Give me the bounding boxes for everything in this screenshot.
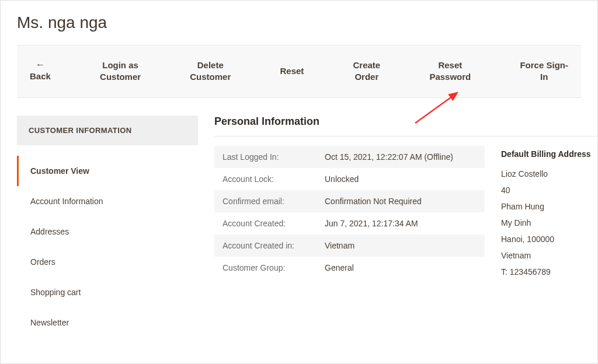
billing-name: Lioz Costello [501, 166, 597, 182]
sidebar-item-account-information[interactable]: Account Information [17, 186, 198, 216]
info-value: Confirmation Not Required [317, 190, 485, 212]
info-value: Unlocked [317, 168, 485, 190]
sidebar-item-shopping-cart[interactable]: Shopping cart [17, 277, 198, 307]
info-value: Vietnam [317, 235, 485, 257]
table-row: Account Lock: Unlocked [214, 168, 485, 190]
divider [214, 136, 597, 136]
table-row: Account Created in: Vietnam [214, 235, 485, 257]
reset-password-button[interactable]: Reset Password [427, 55, 473, 88]
personal-info-table: Last Logged In: Oct 15, 2021, 12:22:07 A… [214, 146, 485, 279]
table-row: Confirmed email: Confirmation Not Requir… [214, 190, 485, 212]
default-billing-address: Default Billing Address Lioz Costello 40… [501, 146, 597, 280]
main-panel: Personal Information Last Logged In: Oct… [214, 116, 597, 338]
sidebar-item-orders[interactable]: Orders [17, 247, 198, 277]
billing-country: Vietnam [501, 247, 597, 264]
sidebar-item-addresses[interactable]: Addresses [17, 216, 198, 247]
section-title: Personal Information [214, 116, 597, 128]
sidebar-item-label: Orders [30, 257, 55, 267]
sidebar-item-label: Addresses [30, 227, 69, 236]
back-button-label: Back [30, 71, 51, 81]
info-value: Jun 7, 2021, 12:17:34 AM [317, 212, 485, 235]
create-order-button[interactable]: Create Order [351, 55, 383, 88]
sidebar-nav: Customer View Account Information Addres… [17, 156, 198, 338]
force-signin-button[interactable]: Force Sign- In [517, 55, 571, 88]
info-label: Account Lock: [214, 168, 317, 190]
info-label: Confirmed email: [214, 190, 317, 212]
login-as-customer-label-2: Customer [100, 72, 141, 82]
billing-city-zip: Hanoi, 100000 [501, 231, 597, 247]
sidebar-item-label: Account Information [30, 197, 103, 206]
reset-password-label-1: Reset [438, 60, 462, 70]
action-toolbar: ← Back Login as Customer Delete Customer… [17, 45, 581, 98]
info-label: Last Logged In: [214, 146, 317, 168]
page-title: Ms. nga nga [1, 1, 597, 45]
info-label: Customer Group: [214, 257, 317, 279]
table-row: Customer Group: General [214, 257, 485, 279]
delete-customer-label-2: Customer [190, 72, 231, 82]
sidebar-item-customer-view[interactable]: Customer View [17, 156, 198, 186]
reset-password-label-2: Password [429, 72, 471, 82]
billing-line: Pham Hung [501, 198, 597, 215]
back-button[interactable]: ← Back [27, 55, 53, 87]
info-label: Account Created: [214, 212, 317, 235]
force-signin-label-2: In [540, 72, 548, 82]
billing-line: My Dinh [501, 215, 597, 231]
delete-customer-label-1: Delete [197, 60, 224, 70]
sidebar-item-newsletter[interactable]: Newsletter [17, 307, 198, 338]
reset-button-label: Reset [280, 66, 304, 76]
sidebar-item-label: Customer View [30, 166, 89, 176]
table-row: Last Logged In: Oct 15, 2021, 12:22:07 A… [214, 146, 485, 168]
force-signin-label-1: Force Sign- [520, 60, 568, 70]
table-row: Account Created: Jun 7, 2021, 12:17:34 A… [214, 212, 485, 235]
sidebar-item-label: Newsletter [30, 318, 69, 327]
create-order-label-1: Create [353, 60, 381, 70]
reset-button[interactable]: Reset [277, 61, 306, 82]
content-area: CUSTOMER INFORMATION Customer View Accou… [1, 98, 597, 338]
billing-phone: T: 123456789 [501, 264, 597, 280]
sidebar-item-label: Shopping cart [30, 288, 81, 297]
customer-detail-page: Ms. nga nga ← Back Login as Customer Del… [0, 0, 598, 364]
billing-line: 40 [501, 182, 597, 198]
personal-info-wrap: Last Logged In: Oct 15, 2021, 12:22:07 A… [214, 146, 597, 280]
info-value: General [317, 257, 485, 279]
login-as-customer-button[interactable]: Login as Customer [98, 55, 143, 88]
info-value: Oct 15, 2021, 12:22:07 AM (Offline) [317, 146, 485, 168]
delete-customer-button[interactable]: Delete Customer [187, 55, 233, 88]
info-label: Account Created in: [214, 235, 317, 257]
create-order-label-2: Order [354, 72, 378, 82]
back-arrow-icon: ← [30, 60, 51, 69]
billing-title: Default Billing Address [501, 146, 597, 162]
sidebar: CUSTOMER INFORMATION Customer View Accou… [17, 116, 198, 338]
login-as-customer-label-1: Login as [102, 60, 138, 70]
sidebar-header: CUSTOMER INFORMATION [17, 116, 198, 145]
